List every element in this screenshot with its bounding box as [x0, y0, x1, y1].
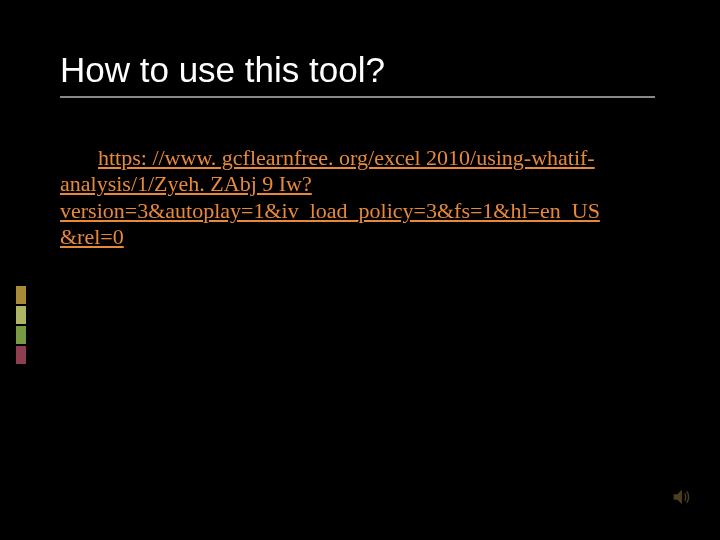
accent-bar [16, 326, 26, 344]
title-area: How to use this tool? [60, 50, 660, 98]
body-area: https: //www. gcflearnfree. org/excel 20… [60, 145, 600, 251]
title-underline [60, 96, 655, 98]
accent-bar [16, 346, 26, 364]
resource-link[interactable]: https: //www. gcflearnfree. org/excel 20… [60, 145, 600, 249]
slide: How to use this tool? https: //www. gcfl… [0, 0, 720, 540]
accent-bar [16, 306, 26, 324]
sound-icon [670, 486, 692, 512]
slide-title: How to use this tool? [60, 50, 660, 90]
accent-strip [16, 286, 26, 366]
accent-bar [16, 286, 26, 304]
